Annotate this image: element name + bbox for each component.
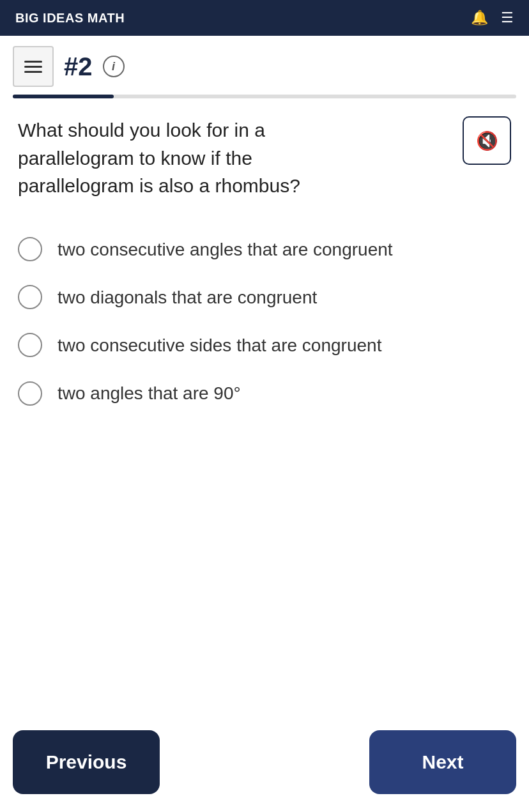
navigation-buttons: Previous Next bbox=[0, 707, 529, 812]
audio-icon: 🔇 bbox=[476, 130, 498, 151]
radio-option-2[interactable] bbox=[18, 285, 42, 309]
app-header: BIG IDEAS MATH 🔔 ☰ bbox=[0, 0, 529, 36]
radio-option-3[interactable] bbox=[18, 333, 42, 357]
options-container: two consecutive angles that are congruen… bbox=[0, 200, 529, 418]
app-title: BIG IDEAS MATH bbox=[15, 11, 125, 26]
question-number: #2 bbox=[64, 52, 93, 81]
info-button[interactable]: i bbox=[103, 56, 125, 77]
header-icons: 🔔 ☰ bbox=[471, 10, 514, 26]
radio-option-4[interactable] bbox=[18, 381, 42, 406]
option-label-1: two consecutive angles that are congruen… bbox=[57, 237, 393, 262]
option-item-1[interactable]: two consecutive angles that are congruen… bbox=[18, 226, 511, 273]
option-item-3[interactable]: two consecutive sides that are congruent bbox=[18, 321, 511, 369]
option-label-3: two consecutive sides that are congruent bbox=[57, 333, 381, 358]
audio-button[interactable]: 🔇 bbox=[463, 116, 511, 165]
radio-option-1[interactable] bbox=[18, 237, 42, 261]
previous-button[interactable]: Previous bbox=[13, 730, 160, 794]
bell-icon[interactable]: 🔔 bbox=[471, 10, 488, 26]
question-text: What should you look for in a parallelog… bbox=[18, 116, 356, 200]
toolbar: #2 i bbox=[0, 36, 529, 87]
option-item-2[interactable]: two diagonals that are congruent bbox=[18, 273, 511, 321]
option-label-2: two diagonals that are congruent bbox=[57, 285, 317, 310]
menu-button[interactable] bbox=[13, 46, 54, 87]
option-label-4: two angles that are 90° bbox=[57, 381, 241, 406]
main-content: What should you look for in a parallelog… bbox=[0, 98, 529, 200]
option-item-4[interactable]: two angles that are 90° bbox=[18, 369, 511, 417]
next-button[interactable]: Next bbox=[369, 730, 516, 794]
hamburger-icon[interactable]: ☰ bbox=[501, 10, 514, 26]
